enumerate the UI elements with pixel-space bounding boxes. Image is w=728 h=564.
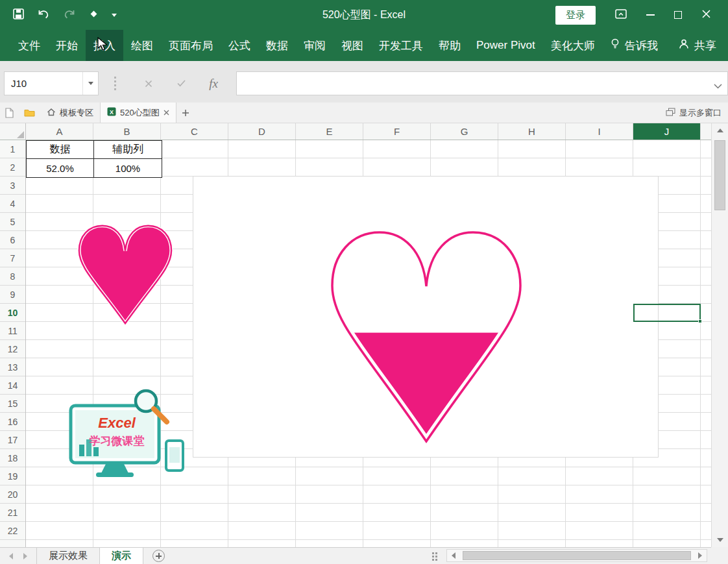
ribbon-tab-4[interactable]: 页面布局 bbox=[161, 30, 221, 61]
tab-scroll-splitter[interactable] bbox=[432, 552, 434, 554]
horizontal-scroll-thumb[interactable] bbox=[463, 551, 691, 560]
row-header-14[interactable]: 14 bbox=[0, 376, 25, 395]
row-header-13[interactable]: 13 bbox=[0, 358, 25, 376]
sheet-nav-left-icon[interactable] bbox=[9, 553, 13, 559]
cell-b1[interactable]: 辅助列 bbox=[94, 141, 162, 159]
ribbon-tab-8[interactable]: 视图 bbox=[334, 30, 371, 61]
share-button[interactable]: 共享 bbox=[667, 30, 728, 61]
ribbon-tab-11[interactable]: Power Pivot bbox=[468, 30, 543, 61]
sheet-tab-1[interactable]: 演示 bbox=[100, 548, 143, 564]
close-tab-icon[interactable] bbox=[164, 108, 169, 117]
active-cell-selection[interactable] bbox=[633, 304, 701, 322]
minimize-button[interactable] bbox=[646, 14, 655, 16]
insert-function-button[interactable]: fx bbox=[200, 71, 227, 95]
sheet-tab-0[interactable]: 展示效果 bbox=[36, 548, 100, 564]
cancel-button[interactable] bbox=[135, 71, 162, 95]
row-header-10[interactable]: 10 bbox=[0, 304, 25, 322]
row-header-2[interactable]: 2 bbox=[0, 158, 25, 177]
column-header-H[interactable]: H bbox=[498, 123, 566, 140]
ribbon-tab-bar: 文件开始插入绘图页面布局公式数据审阅视图开发工具帮助Power Pivot美化大… bbox=[0, 30, 728, 61]
ribbon-display-options-icon[interactable] bbox=[615, 9, 627, 21]
row-header-20[interactable]: 20 bbox=[0, 485, 25, 504]
ribbon-tab-2[interactable]: 插入 bbox=[86, 30, 123, 61]
row-header-12[interactable]: 12 bbox=[0, 340, 25, 358]
enter-button[interactable] bbox=[167, 71, 195, 95]
row-header-18[interactable]: 18 bbox=[0, 449, 25, 467]
column-header-A[interactable]: A bbox=[26, 123, 93, 140]
sheet-cells[interactable]: 数据 辅助列 52.0% 100% bbox=[26, 140, 711, 547]
undo-icon[interactable] bbox=[37, 8, 50, 22]
cell-b2[interactable]: 100% bbox=[94, 159, 162, 177]
scroll-right-button[interactable] bbox=[694, 550, 707, 561]
close-button[interactable] bbox=[701, 9, 711, 21]
new-file-icon[interactable] bbox=[0, 108, 19, 118]
ribbon-tab-10[interactable]: 帮助 bbox=[431, 30, 468, 61]
column-header-J[interactable]: J bbox=[633, 123, 701, 140]
save-icon[interactable] bbox=[13, 8, 24, 22]
qat-customize-icon[interactable] bbox=[112, 14, 117, 17]
horizontal-scrollbar[interactable] bbox=[446, 549, 707, 562]
name-box[interactable]: J10 bbox=[4, 71, 99, 95]
add-sheet-button[interactable] bbox=[152, 550, 165, 562]
select-all-corner[interactable] bbox=[0, 123, 26, 140]
column-header-B[interactable]: B bbox=[93, 123, 161, 140]
open-folder-icon[interactable] bbox=[19, 108, 40, 117]
column-header-I[interactable]: I bbox=[566, 123, 633, 140]
row-header-1[interactable]: 1 bbox=[0, 140, 25, 158]
row-header-19[interactable]: 19 bbox=[0, 467, 25, 485]
row-header-22[interactable]: 22 bbox=[0, 522, 25, 540]
ribbon-tab-12[interactable]: 美化大师 bbox=[543, 30, 603, 61]
row-header-16[interactable]: 16 bbox=[0, 413, 25, 431]
row-header-3[interactable]: 3 bbox=[0, 177, 25, 195]
row-header-11[interactable]: 11 bbox=[0, 322, 25, 340]
column-header-F[interactable]: F bbox=[363, 123, 431, 140]
brand-logo[interactable]: Excel 学习微课堂 bbox=[69, 387, 184, 482]
chart-object[interactable] bbox=[193, 176, 659, 458]
sheet-tabs: 展示效果演示 bbox=[36, 548, 143, 564]
sheet-nav-right-icon[interactable] bbox=[23, 553, 27, 559]
add-doc-tab-button[interactable] bbox=[176, 109, 195, 117]
row-header-21[interactable]: 21 bbox=[0, 504, 25, 522]
formula-input[interactable] bbox=[236, 71, 728, 95]
scroll-down-button[interactable] bbox=[712, 533, 728, 547]
ribbon-tab-3[interactable]: 绘图 bbox=[123, 30, 161, 61]
cell-a2[interactable]: 52.0% bbox=[27, 159, 94, 177]
show-windows-button[interactable]: 显示多窗口 bbox=[666, 103, 722, 123]
doc-tab-active[interactable]: X 520心型图 bbox=[100, 103, 176, 123]
tell-me-button[interactable]: 告诉我 bbox=[603, 30, 666, 61]
addin-diamond-icon[interactable] bbox=[89, 9, 99, 21]
formula-expand-chevron-icon[interactable] bbox=[714, 80, 722, 91]
vertical-scroll-thumb[interactable] bbox=[714, 140, 725, 210]
row-header-17[interactable]: 17 bbox=[0, 431, 25, 449]
column-header-C[interactable]: C bbox=[161, 123, 228, 140]
ribbon-tab-6[interactable]: 数据 bbox=[258, 30, 296, 61]
vertical-scrollbar[interactable] bbox=[711, 123, 728, 547]
row-header-8[interactable]: 8 bbox=[0, 267, 25, 286]
row-header-7[interactable]: 7 bbox=[0, 249, 25, 267]
ribbon-tab-7[interactable]: 审阅 bbox=[296, 30, 334, 61]
name-box-dropdown-icon[interactable] bbox=[82, 72, 98, 95]
scroll-up-button[interactable] bbox=[712, 123, 728, 138]
row-header-15[interactable]: 15 bbox=[0, 395, 25, 413]
column-header-G[interactable]: G bbox=[431, 123, 498, 140]
fx-icon: fx bbox=[209, 77, 218, 91]
row-header-9[interactable]: 9 bbox=[0, 286, 25, 304]
ribbon-tab-1[interactable]: 开始 bbox=[48, 30, 86, 61]
column-header-D[interactable]: D bbox=[228, 123, 296, 140]
doc-tab-template[interactable]: 模板专区 bbox=[40, 103, 100, 123]
scroll-left-button[interactable] bbox=[447, 550, 460, 561]
login-button[interactable]: 登录 bbox=[555, 6, 596, 25]
ribbon-tab-9[interactable]: 开发工具 bbox=[371, 30, 431, 61]
row-header-6[interactable]: 6 bbox=[0, 231, 25, 249]
small-heart-shape[interactable] bbox=[77, 223, 174, 328]
cell-a1[interactable]: 数据 bbox=[27, 141, 94, 159]
row-header-4[interactable]: 4 bbox=[0, 195, 25, 213]
ribbon-tab-5[interactable]: 公式 bbox=[221, 30, 258, 61]
selection-fill-handle[interactable] bbox=[698, 319, 702, 323]
row-header-5[interactable]: 5 bbox=[0, 213, 25, 231]
redo-icon[interactable] bbox=[63, 8, 76, 22]
maximize-button[interactable] bbox=[674, 11, 682, 19]
ribbon-tab-0[interactable]: 文件 bbox=[10, 30, 48, 61]
formula-bar: J10 fx bbox=[0, 61, 728, 103]
column-header-E[interactable]: E bbox=[296, 123, 363, 140]
